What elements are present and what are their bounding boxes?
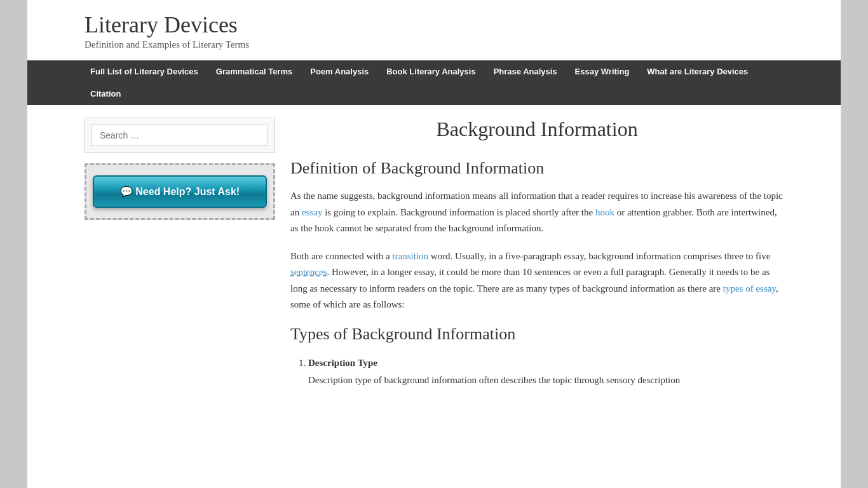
paragraph-1: As the name suggests, background informa… xyxy=(290,188,783,237)
main-content: Background Information Definition of Bac… xyxy=(290,118,783,393)
types-heading: Types of Background Information xyxy=(290,325,783,344)
nav-grammatical[interactable]: Grammatical Terms xyxy=(207,60,301,83)
para2-text-end: . However, in a longer essay, it could b… xyxy=(290,267,770,294)
para2-text-start: Both are connected with a xyxy=(290,251,392,261)
help-button-wrapper: 💬 Need Help? Just Ask! xyxy=(85,163,275,220)
nav-what[interactable]: What are Literary Devices xyxy=(638,60,757,83)
nav-citation[interactable]: Citation xyxy=(81,83,130,105)
para2-text-mid: word. Usually, in a five-paragraph essay… xyxy=(428,251,770,261)
hook-link[interactable]: hook xyxy=(595,207,614,217)
nav-poem[interactable]: Poem Analysis xyxy=(301,60,377,83)
search-box-wrapper xyxy=(85,118,275,153)
list-item: Description TypeDescription type of back… xyxy=(308,355,783,389)
list-item-title: Description Type xyxy=(308,358,377,368)
help-button[interactable]: 💬 Need Help? Just Ask! xyxy=(93,175,267,208)
sidebar: 💬 Need Help? Just Ask! xyxy=(85,118,275,393)
nav-essay[interactable]: Essay Writing xyxy=(566,60,639,83)
site-header: Literary Devices Definition and Examples… xyxy=(27,0,841,60)
nav-phrase[interactable]: Phrase Analysis xyxy=(485,60,566,83)
essay-link[interactable]: essay xyxy=(302,207,323,217)
site-subtitle: Definition and Examples of Literary Term… xyxy=(85,39,783,50)
site-title: Literary Devices xyxy=(85,11,783,38)
types-of-essay-link[interactable]: types of essay xyxy=(723,283,776,294)
main-navbar: Full List of Literary DevicesGrammatical… xyxy=(27,60,841,105)
sentences-link[interactable]: sentences xyxy=(290,267,327,277)
list-item-body: Description type of background informati… xyxy=(308,372,783,389)
para1-text-mid: is going to explain. Background informat… xyxy=(322,207,595,217)
types-list: Description TypeDescription type of back… xyxy=(290,355,783,389)
search-input[interactable] xyxy=(92,125,268,146)
paragraph-2: Both are connected with a transition wor… xyxy=(290,248,783,313)
nav-full-list[interactable]: Full List of Literary Devices xyxy=(81,60,207,83)
page-title: Background Information xyxy=(290,118,783,141)
transition-link[interactable]: transition xyxy=(392,251,428,261)
nav-book[interactable]: Book Literary Analysis xyxy=(377,60,484,83)
definition-heading: Definition of Background Information xyxy=(290,159,783,178)
content-area: 💬 Need Help? Just Ask! Background Inform… xyxy=(27,105,841,405)
